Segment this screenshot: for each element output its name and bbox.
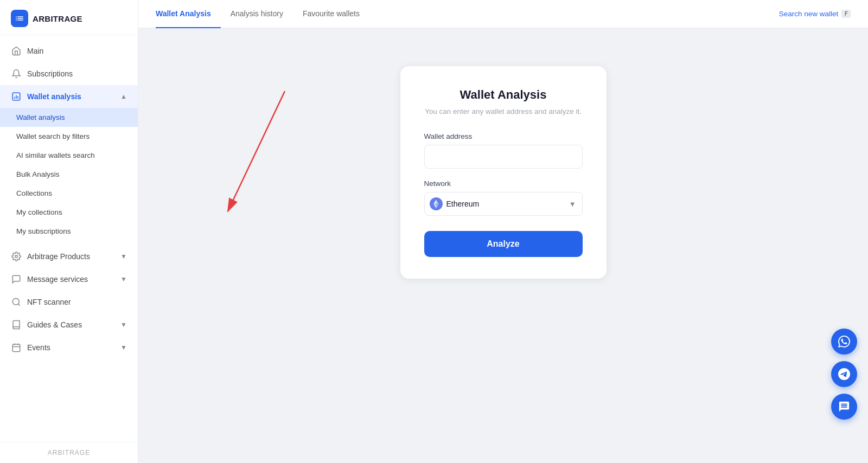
tab-favourite-wallets-label: Favourite wallets [303,9,360,18]
sidebar-item-main-label: Main [27,47,127,55]
whatsapp-icon [838,336,850,348]
fab-container [831,329,857,420]
sidebar-subitem-wallet-analysis-label: Wallet analysis [16,113,65,121]
wallet-address-label: Wallet address [424,132,583,140]
search-kbd: F [841,10,851,18]
sidebar-item-main[interactable]: Main [0,40,138,62]
telegram-icon [838,368,850,380]
sidebar-subitem-ai-similar[interactable]: AI similar wallets search [0,146,138,165]
sidebar-item-wallet-analysis-parent[interactable]: Wallet analysis ▲ [0,85,138,108]
sidebar-subitem-ai-similar-label: AI similar wallets search [16,151,95,159]
sidebar-item-arbitrage-label: Arbitrage Products [27,252,115,261]
chat-icon [838,401,850,413]
svg-rect-4 [12,344,20,352]
sidebar-item-events[interactable]: Events ▼ [0,336,138,359]
tab-favourite-wallets[interactable]: Favourite wallets [293,0,369,28]
chevron-down-icon-4: ▼ [120,344,127,351]
svg-point-2 [12,298,19,305]
sidebar-subitem-my-subscriptions-label: My subscriptions [16,227,71,235]
tab-analysis-history-label: Analysis history [231,9,283,18]
chart-icon [11,91,22,102]
wallet-address-input[interactable] [424,145,583,169]
sidebar-item-arbitrage[interactable]: Arbitrage Products ▼ [0,245,138,268]
sidebar-footer: ARBITRAGE [0,442,138,463]
chevron-down-icon-3: ▼ [120,321,127,329]
sidebar-item-message[interactable]: Message services ▼ [0,268,138,291]
sidebar-item-guides[interactable]: Guides & Cases ▼ [0,313,138,336]
sidebar-subitem-collections[interactable]: Collections [0,184,138,203]
network-label: Network [424,179,583,188]
sidebar-subitem-wallet-analysis[interactable]: Wallet analysis [0,108,138,127]
fab-telegram[interactable] [831,361,857,387]
chevron-down-icon: ▼ [120,253,127,260]
sidebar-item-subscriptions[interactable]: Subscriptions [0,62,138,85]
tab-wallet-analysis[interactable]: Wallet Analysis [156,0,221,28]
logo-area: ARBITRAGE [0,0,138,35]
footer-text: ARBITRAGE [48,449,90,456]
sidebar-subitem-wallet-search-label: Wallet search by filters [16,132,90,140]
sidebar-subitem-my-collections-label: My collections [16,208,62,216]
sidebar-navigation: Main Subscriptions Wallet analysis ▲ Wal… [0,35,138,442]
content-area: Wallet Analysis You can enter any wallet… [138,28,868,463]
network-select[interactable]: Ethereum BSC Polygon [424,192,583,216]
search-new-wallet-label: Search new wallet [779,10,839,18]
svg-line-9 [228,91,285,211]
sidebar-item-nft[interactable]: NFT scanner [0,291,138,313]
fab-whatsapp[interactable] [831,329,857,355]
wallet-analysis-card: Wallet Analysis You can enter any wallet… [400,66,607,279]
sidebar-subitem-bulk-analysis[interactable]: Bulk Analysis [0,165,138,184]
sidebar-item-nft-label: NFT scanner [27,298,127,306]
main-content: Wallet Analysis Analysis history Favouri… [138,0,868,463]
network-group: Network Ethereum BSC [424,179,583,216]
gear-icon [11,251,22,262]
svg-line-3 [18,304,20,305]
tab-analysis-history[interactable]: Analysis history [221,0,293,28]
bell-icon [11,68,22,79]
card-subtitle: You can enter any wallet address and ana… [424,106,583,117]
sidebar-item-subscriptions-label: Subscriptions [27,69,127,78]
chevron-down-icon-2: ▼ [120,275,127,283]
search-new-wallet-button[interactable]: Search new wallet F [779,10,851,18]
logo-text: ARBITRAGE [33,14,82,23]
sidebar-item-guides-label: Guides & Cases [27,320,115,329]
network-select-wrapper: Ethereum BSC Polygon ▼ [424,192,583,216]
sidebar-subitem-bulk-analysis-label: Bulk Analysis [16,170,60,178]
logo-icon [11,10,28,27]
tab-wallet-analysis-label: Wallet Analysis [156,9,211,18]
sidebar-subitem-collections-label: Collections [16,189,52,197]
calendar-icon [11,342,22,353]
scan-icon [11,297,22,307]
tabs-bar: Wallet Analysis Analysis history Favouri… [138,0,868,28]
home-icon [11,46,22,56]
svg-point-1 [15,255,18,258]
wallet-address-group: Wallet address [424,132,583,169]
card-title: Wallet Analysis [424,88,583,102]
sidebar-subitem-my-collections[interactable]: My collections [0,203,138,222]
sidebar-item-wallet-analysis-parent-label: Wallet analysis [27,92,115,101]
chevron-up-icon: ▲ [120,93,127,100]
sidebar-subitem-my-subscriptions[interactable]: My subscriptions [0,222,138,241]
message-icon [11,274,22,285]
sidebar-subitem-wallet-search[interactable]: Wallet search by filters [0,127,138,146]
fab-chat[interactable] [831,394,857,420]
book-icon [11,319,22,330]
sidebar-item-message-label: Message services [27,275,115,284]
analyze-button[interactable]: Analyze [424,231,583,257]
sidebar-item-events-label: Events [27,343,115,352]
sidebar: ARBITRAGE Main Subscriptions Wallet anal… [0,0,138,463]
ethereum-icon [430,197,443,210]
